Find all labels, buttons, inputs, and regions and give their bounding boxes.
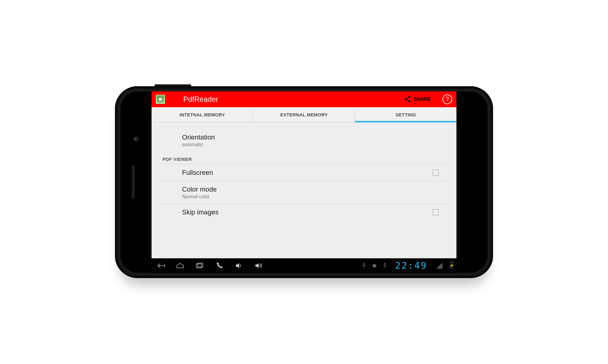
- setting-title: Color mode: [182, 186, 448, 193]
- battery-icon: ⚡: [450, 262, 453, 269]
- svg-point-0: [409, 96, 410, 98]
- help-icon: ?: [445, 96, 449, 103]
- app-title: PdfReader: [183, 95, 218, 104]
- tab-bar: INTETNAL MEMORY EXTERNAL MEMORY SETTING: [152, 107, 456, 122]
- phone-speaker: [132, 165, 135, 199]
- help-button[interactable]: ?: [442, 94, 452, 104]
- app-icon: [156, 95, 165, 104]
- setting-fullscreen[interactable]: Fullscreen: [160, 164, 448, 181]
- status-tray: [361, 263, 388, 269]
- android-debug-icon: [371, 263, 377, 269]
- action-bar: PdfReader SHARE ?: [152, 91, 456, 107]
- settings-list[interactable]: Orientation automatic PDF VIEWER Fullscr…: [152, 122, 456, 258]
- tab-label: EXTERNAL MEMORY: [280, 112, 328, 117]
- tab-label: INTETNAL MEMORY: [180, 112, 225, 117]
- phone-icon[interactable]: [213, 261, 225, 270]
- setting-summary: Normal color: [182, 194, 448, 200]
- phone-camera: [133, 136, 139, 142]
- share-icon: [404, 96, 411, 103]
- usb-icon: [382, 263, 388, 269]
- svg-point-2: [409, 101, 410, 102]
- svg-point-7: [375, 263, 375, 264]
- setting-title: Fullscreen: [182, 169, 433, 177]
- status-clock: 22:49: [395, 260, 427, 271]
- phone-chassis: PdfReader SHARE ? INTETNAL MEMORY: [115, 86, 493, 278]
- setting-skip-images[interactable]: Skip images: [160, 204, 448, 221]
- svg-rect-5: [373, 264, 376, 267]
- tab-setting[interactable]: SETTING: [355, 107, 456, 122]
- setting-color-mode[interactable]: Color mode Normal color: [160, 181, 448, 204]
- setting-title: Orientation: [182, 133, 448, 141]
- setting-summary: automatic: [182, 142, 448, 147]
- tab-internal-memory[interactable]: INTETNAL MEMORY: [152, 107, 253, 122]
- share-label: SHARE: [414, 97, 431, 102]
- checkbox-skip-images[interactable]: [433, 209, 439, 215]
- tab-external-memory[interactable]: EXTERNAL MEMORY: [253, 107, 355, 122]
- checkbox-fullscreen[interactable]: [433, 170, 439, 176]
- nav-back-button[interactable]: [155, 261, 167, 270]
- nav-home-button[interactable]: [174, 261, 186, 270]
- device-screen: PdfReader SHARE ? INTETNAL MEMORY: [152, 91, 456, 273]
- section-header-pdf-viewer: PDF VIEWER: [160, 152, 448, 164]
- svg-rect-3: [196, 264, 202, 268]
- volume-low-icon[interactable]: [233, 261, 245, 270]
- system-nav-bar: 22:49 ⚡: [152, 258, 456, 273]
- svg-rect-4: [198, 263, 203, 267]
- setting-orientation[interactable]: Orientation automatic: [160, 129, 448, 152]
- svg-point-1: [405, 98, 407, 100]
- tab-label: SETTING: [395, 112, 416, 117]
- charging-icon: ⚡: [450, 263, 453, 269]
- signal-icon: [436, 263, 442, 269]
- share-button[interactable]: SHARE: [404, 96, 431, 103]
- setting-title: Skip images: [182, 208, 433, 216]
- volume-high-icon[interactable]: [252, 261, 264, 270]
- usb-icon: [361, 263, 367, 269]
- nav-recent-button[interactable]: [194, 261, 206, 270]
- svg-point-6: [374, 263, 374, 264]
